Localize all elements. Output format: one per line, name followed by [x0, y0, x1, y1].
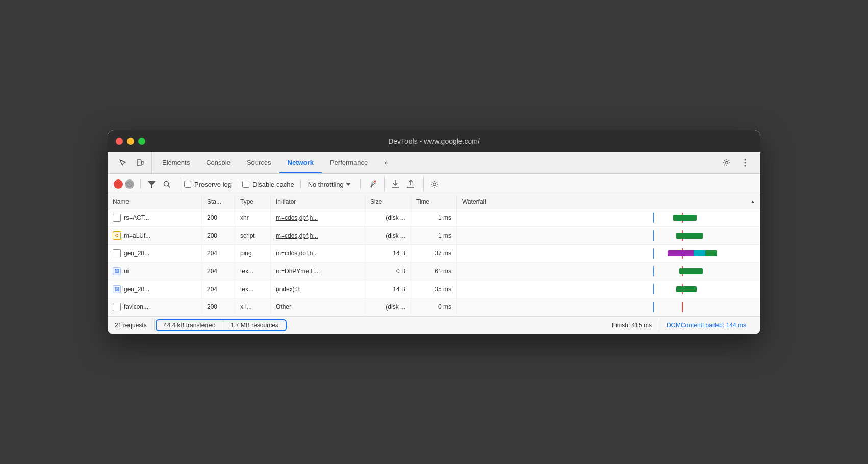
cell-waterfall [457, 245, 760, 262]
cell-status: 204 [202, 245, 235, 262]
th-name[interactable]: Name [108, 195, 202, 209]
throttle-group: No throttling [305, 179, 361, 189]
filter-icon[interactable] [145, 177, 158, 191]
cell-time: 1 ms [411, 209, 457, 226]
cell-time: 37 ms [411, 245, 457, 262]
statusbar: 21 requests 44.4 kB transferred 1.7 MB r… [108, 316, 760, 334]
device-toolbar-icon[interactable] [133, 156, 147, 170]
network-toolbar: Preserve log Disable cache No throttling [108, 174, 760, 195]
cell-name: 🖼 gen_20... [108, 280, 202, 298]
cell-waterfall [457, 209, 760, 226]
tab-sources[interactable]: Sources [239, 152, 279, 173]
cell-name: ⚙ m=aLUf... [108, 227, 202, 244]
cell-size: (disk ... [365, 298, 411, 316]
cell-initiator: m=cdos,dpf,h... [271, 227, 365, 244]
svg-line-7 [128, 183, 131, 186]
cell-initiator: (index):3 [271, 280, 365, 298]
table-row[interactable]: 🖼 gen_20... 204 tex... (index):3 14 B 35… [108, 280, 760, 298]
cell-time: 35 ms [411, 280, 457, 298]
search-icon[interactable] [160, 177, 173, 191]
tab-list: Elements Console Sources Network Perform… [154, 152, 720, 173]
th-type[interactable]: Type [235, 195, 271, 209]
inspect-element-icon[interactable] [116, 156, 130, 170]
tabbar-right-actions [720, 156, 756, 170]
finish-time: Finish: 415 ms [605, 320, 659, 331]
disable-cache-checkbox-label[interactable]: Disable cache [242, 181, 294, 188]
minimize-button[interactable] [127, 138, 134, 145]
svg-point-9 [164, 181, 168, 186]
cell-initiator: m=DhPYme,E... [271, 263, 365, 280]
titlebar: DevTools - www.google.com/ [108, 130, 760, 152]
settings-icon[interactable] [720, 156, 734, 170]
tab-network[interactable]: Network [279, 152, 322, 173]
record-group [114, 179, 141, 189]
traffic-lights [116, 138, 145, 145]
row-script-icon: ⚙ [113, 231, 121, 240]
export-icon[interactable] [404, 177, 417, 191]
disable-cache-group: Disable cache [242, 181, 301, 188]
network-settings-icon[interactable] [428, 177, 441, 191]
tab-elements[interactable]: Elements [154, 152, 198, 173]
cell-initiator: m=cdos,dpf,h... [271, 245, 365, 262]
cell-waterfall [457, 298, 760, 316]
row-checkbox-icon[interactable] [113, 249, 121, 257]
preserve-log-group: Preserve log [184, 181, 238, 188]
import-icon[interactable] [389, 177, 402, 191]
dom-content-loaded: DOMContentLoaded: 144 ms [659, 320, 753, 331]
table-row[interactable]: favicon.... 200 x-i... Other (disk ... 0… [108, 298, 760, 316]
row-checkbox-icon[interactable] [113, 303, 121, 311]
network-conditions-icon[interactable] [365, 177, 378, 191]
svg-point-4 [745, 162, 746, 164]
cell-waterfall [457, 263, 760, 280]
cell-size: (disk ... [365, 209, 411, 226]
cell-name: gen_20... [108, 245, 202, 262]
svg-marker-8 [148, 181, 156, 188]
table-row[interactable]: rs=ACT... 200 xhr m=cdos,dpf,h... (disk … [108, 209, 760, 227]
cell-status: 204 [202, 280, 235, 298]
cell-waterfall [457, 227, 760, 244]
th-initiator[interactable]: Initiator [271, 195, 365, 209]
tab-more[interactable]: » [376, 152, 396, 173]
cell-type: xhr [235, 209, 271, 226]
row-image-icon: 🖼 [113, 267, 121, 275]
devtools-window: DevTools - www.google.com/ Elements Cons… [108, 130, 760, 334]
cell-time: 1 ms [411, 227, 457, 244]
svg-point-5 [745, 165, 746, 167]
table-row[interactable]: 🖼 ui 204 tex... m=DhPYme,E... 0 B 61 ms [108, 263, 760, 280]
table-row[interactable]: gen_20... 204 ping m=cdos,dpf,h... 14 B … [108, 245, 760, 263]
cell-status: 200 [202, 227, 235, 244]
cell-name: favicon.... [108, 298, 202, 316]
cell-size: (disk ... [365, 227, 411, 244]
th-status[interactable]: Sta... [202, 195, 235, 209]
table-row[interactable]: ⚙ m=aLUf... 200 script m=cdos,dpf,h... (… [108, 227, 760, 245]
more-options-icon[interactable] [738, 156, 752, 170]
th-time[interactable]: Time [411, 195, 457, 209]
preserve-log-checkbox[interactable] [184, 181, 191, 188]
row-checkbox-icon[interactable] [113, 214, 121, 222]
cell-initiator: Other [271, 298, 365, 316]
maximize-button[interactable] [138, 138, 145, 145]
transferred-size: 44.4 kB transferred [157, 320, 223, 330]
clear-button[interactable] [125, 179, 134, 189]
tab-console[interactable]: Console [198, 152, 239, 173]
import-export-group [389, 177, 424, 191]
svg-point-2 [726, 162, 728, 164]
svg-point-18 [433, 183, 436, 186]
record-button[interactable] [114, 179, 123, 189]
cell-status: 200 [202, 298, 235, 316]
cell-type: x-i... [235, 298, 271, 316]
preserve-log-checkbox-label[interactable]: Preserve log [184, 181, 232, 188]
throttle-select[interactable]: No throttling [305, 179, 354, 189]
th-waterfall[interactable]: Waterfall ▲ [457, 195, 760, 209]
close-button[interactable] [116, 138, 123, 145]
cell-size: 14 B [365, 245, 411, 262]
cell-size: 0 B [365, 263, 411, 280]
tab-performance[interactable]: Performance [322, 152, 376, 173]
row-image-icon: 🖼 [113, 285, 121, 293]
svg-point-3 [745, 159, 746, 161]
window-title: DevTools - www.google.com/ [388, 137, 480, 145]
request-count: 21 requests [115, 320, 155, 331]
disable-cache-checkbox[interactable] [242, 181, 249, 188]
cell-initiator: m=cdos,dpf,h... [271, 209, 365, 226]
th-size[interactable]: Size [365, 195, 411, 209]
